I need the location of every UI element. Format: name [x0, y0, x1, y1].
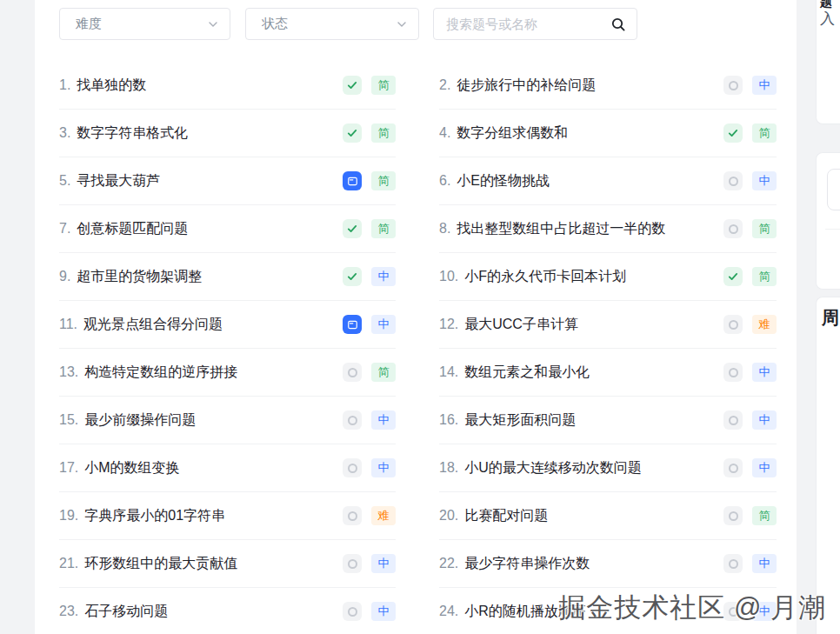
problem-row[interactable]: 4.数字分组求偶数和简 [439, 110, 777, 157]
todo-circle-icon [729, 368, 738, 377]
problem-row[interactable]: 11.观光景点组合得分问题中 [59, 301, 396, 349]
search-box[interactable] [433, 8, 637, 40]
solved-check-icon [343, 219, 362, 238]
problem-title[interactable]: 数字分组求偶数和 [457, 124, 568, 143]
problem-number: 23. [59, 604, 78, 619]
problem-number: 9. [59, 269, 70, 284]
todo-circle-icon [723, 76, 743, 95]
difficulty-badge: 中 [752, 76, 777, 95]
problem-row[interactable]: 23.石子移动问题中 [59, 588, 396, 634]
problem-title[interactable]: 小F的永久代币卡回本计划 [464, 268, 626, 286]
problem-row[interactable]: 16.最大矩形面积问题中 [439, 397, 777, 444]
problem-title[interactable]: 环形数组中的最大贡献值 [84, 555, 237, 573]
problem-number: 17. [59, 460, 78, 476]
problem-title[interactable]: 创意标题匹配问题 [77, 220, 188, 238]
problem-row[interactable]: 22.最少字符串操作次数中 [439, 540, 777, 588]
problem-title[interactable]: 最大矩形面积问题 [464, 411, 576, 430]
problem-title[interactable]: 数字字符串格式化 [77, 124, 188, 143]
problem-row[interactable]: 19.字典序最小的01字符串难 [59, 492, 396, 540]
problem-number: 3. [59, 125, 70, 141]
difficulty-badge: 简 [752, 123, 777, 143]
todo-circle-icon [348, 607, 357, 617]
problem-number: 14. [439, 364, 458, 380]
problem-row[interactable]: 10.小F的永久代币卡回本计划简 [439, 253, 777, 301]
problem-row[interactable]: 13.构造特定数组的逆序拼接简 [59, 349, 396, 397]
difficulty-badge: 中 [752, 410, 777, 430]
problem-number: 4. [439, 125, 450, 141]
problem-number: 19. [59, 508, 78, 524]
problem-row[interactable]: 3.数字字符串格式化简 [59, 110, 396, 157]
problem-row[interactable]: 18.小U的最大连续移动次数问题中 [439, 444, 777, 492]
todo-circle-icon [343, 554, 362, 573]
problem-number: 20. [439, 508, 458, 524]
problem-number: 11. [59, 317, 77, 332]
problem-title[interactable]: 数组元素之和最小化 [464, 364, 590, 382]
problem-row[interactable]: 20.比赛配对问题简 [439, 492, 777, 540]
problem-row[interactable]: 14.数组元素之和最小化中 [439, 349, 777, 397]
problem-title[interactable]: 最大UCC子串计算 [464, 316, 578, 334]
todo-circle-icon [723, 410, 743, 430]
problem-title[interactable]: 小R的随机播放顺序 [464, 603, 586, 621]
difficulty-badge: 简 [371, 171, 396, 190]
search-icon[interactable] [610, 17, 626, 32]
problem-title[interactable]: 比赛配对问题 [464, 507, 548, 525]
problem-title[interactable]: 找单独的数 [77, 77, 146, 95]
problem-row[interactable]: 21.环形数组中的最大贡献值中 [59, 540, 396, 588]
search-input[interactable] [446, 17, 610, 31]
todo-circle-icon [729, 177, 738, 186]
todo-circle-icon [343, 458, 362, 477]
problem-number: 15. [59, 412, 78, 428]
solved-check-icon [343, 76, 362, 95]
todo-circle-icon [729, 320, 738, 330]
problem-number: 10. [439, 269, 458, 284]
difficulty-badge: 简 [371, 76, 396, 95]
difficulty-badge: 中 [752, 171, 777, 190]
problem-title[interactable]: 构造特定数组的逆序拼接 [84, 364, 237, 382]
problem-number: 22. [439, 556, 458, 571]
problem-number: 21. [59, 556, 78, 571]
problem-title[interactable]: 观光景点组合得分问题 [83, 316, 223, 334]
problem-row[interactable]: 7.创意标题匹配问题简 [59, 205, 396, 253]
problem-number: 8. [439, 221, 450, 237]
problem-row[interactable]: 6.小E的怪物挑战中 [439, 157, 777, 205]
problem-row[interactable]: 17.小M的数组变换中 [59, 444, 396, 492]
right-sidebar-cutoff: 题 入 周 [797, 0, 840, 634]
problem-number: 1. [59, 77, 70, 93]
problem-row[interactable]: 8.找出整型数组中占比超过一半的数简 [439, 205, 777, 253]
problem-title[interactable]: 字典序最小的01字符串 [84, 507, 225, 525]
problem-title[interactable]: 徒步旅行中的补给问题 [457, 77, 596, 95]
problem-row[interactable]: 5.寻找最大葫芦简 [59, 157, 396, 205]
difficulty-select[interactable]: 难度 [59, 8, 230, 40]
problem-title[interactable]: 石子移动问题 [84, 603, 168, 621]
todo-circle-icon [729, 81, 738, 90]
difficulty-badge: 简 [752, 219, 777, 238]
problem-title[interactable]: 小E的怪物挑战 [457, 172, 550, 190]
problem-column-left: 1.找单独的数简3.数字字符串格式化简5.寻找最大葫芦简7.创意标题匹配问题简9… [59, 62, 396, 634]
difficulty-badge: 中 [752, 363, 777, 382]
difficulty-badge: 简 [752, 267, 777, 286]
problem-title[interactable]: 超市里的货物架调整 [77, 268, 202, 286]
sidebar-card [816, 152, 840, 290]
filter-bar: 难度 状态 [35, 0, 797, 56]
problem-row[interactable]: 12.最大UCC子串计算难 [439, 301, 777, 349]
problem-row[interactable]: 9.超市里的货物架调整中 [59, 253, 396, 301]
solved-check-icon [343, 267, 362, 286]
problem-title[interactable]: 小M的数组变换 [84, 459, 179, 477]
problem-row[interactable]: 2.徒步旅行中的补给问题中 [439, 62, 777, 110]
problem-list-panel: 难度 状态 1.找单独的数简3.数字字符串格式化简5.寻找最大葫芦简7.创意标题… [35, 0, 797, 634]
todo-circle-icon [343, 363, 362, 382]
problem-title[interactable]: 小U的最大连续移动次数问题 [464, 459, 642, 477]
problem-row[interactable]: 15.最少前缀操作问题中 [59, 397, 396, 444]
problem-row[interactable]: 24.小R的随机播放顺序中 [439, 588, 777, 634]
difficulty-badge: 中 [371, 267, 396, 286]
problem-number: 6. [439, 173, 450, 189]
problem-title[interactable]: 最少前缀操作问题 [84, 411, 196, 430]
status-select[interactable]: 状态 [245, 8, 419, 40]
problem-title[interactable]: 找出整型数组中占比超过一半的数 [457, 220, 665, 238]
todo-circle-icon [729, 464, 738, 473]
problem-title[interactable]: 寻找最大葫芦 [77, 172, 160, 190]
problem-title[interactable]: 最少字符串操作次数 [464, 555, 590, 573]
chevron-down-icon [207, 18, 219, 30]
problem-row[interactable]: 1.找单独的数简 [59, 62, 396, 110]
sidebar-text-fragment: 入 [820, 9, 835, 29]
